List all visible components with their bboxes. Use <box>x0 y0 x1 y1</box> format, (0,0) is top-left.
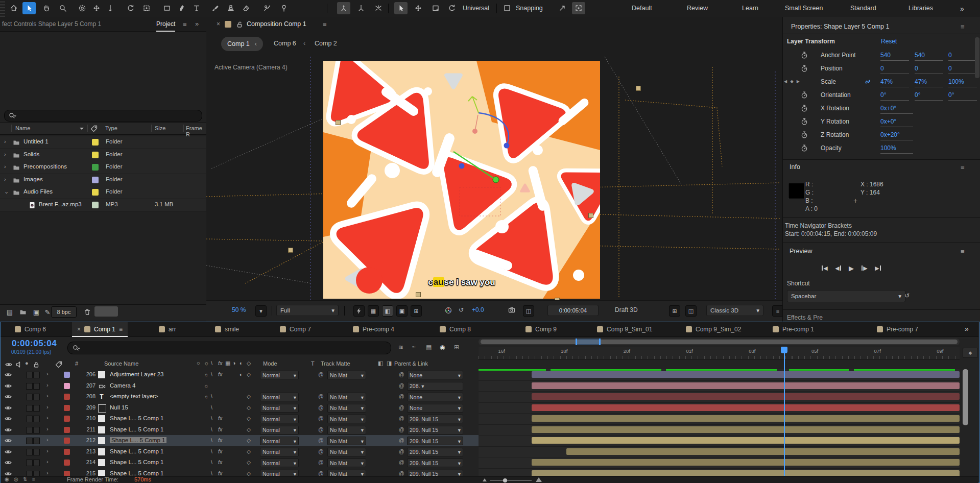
label-color-chip[interactable] <box>92 139 99 146</box>
collapse-switch-icon[interactable]: ☼ <box>204 382 209 389</box>
blend-mode-dropdown[interactable]: Normal▾ <box>260 404 299 413</box>
reset-shortcut-icon[interactable]: ↺ <box>904 292 910 299</box>
switch-cell[interactable] <box>33 405 40 412</box>
parent-dropdown[interactable]: None▾ <box>407 371 463 379</box>
switch-cell[interactable] <box>26 372 33 378</box>
parent-dropdown[interactable]: 209. Null 15▾ <box>407 458 463 467</box>
property-value[interactable]: 0° <box>880 91 909 101</box>
parent-dropdown[interactable]: 209. Null 15▾ <box>407 426 463 434</box>
timeline-tab-arr[interactable]: arr <box>154 322 181 336</box>
item-name[interactable]: Solids <box>23 151 39 157</box>
property-value[interactable]: 0x+0° <box>880 105 913 114</box>
layer-row-211[interactable]: ›211Shape L... 5 Comp 1\fx◇Normal▾@No Ma… <box>1 424 479 436</box>
tabs-overflow-button[interactable]: » <box>965 325 969 333</box>
cube-switch-icon[interactable]: ◇ <box>247 426 251 432</box>
tool-roto-brush[interactable] <box>260 2 274 14</box>
layer-name[interactable]: Shape L... 5 Comp 1 <box>110 426 163 432</box>
eye-icon[interactable] <box>4 458 12 467</box>
tool-position-gizmo[interactable] <box>412 2 425 14</box>
fx-switch-icon[interactable]: fx <box>218 459 222 465</box>
quality-switch-icon[interactable]: \ <box>211 448 212 454</box>
timeline-tab-comp-9_sim_02[interactable]: Comp 9_Sim_02 <box>681 322 746 336</box>
keyframe-navigator[interactable]: ◀ ◆ ▶ <box>784 79 801 84</box>
breadcrumb-comp[interactable]: Comp 2 <box>315 40 337 47</box>
switch-cell[interactable] <box>33 460 40 466</box>
fx-column-icon[interactable]: fx <box>218 360 223 366</box>
draft-toggle-icon[interactable]: ◎ <box>14 476 18 482</box>
expander-icon[interactable]: › <box>46 448 49 454</box>
expander-icon[interactable]: › <box>46 437 49 443</box>
next-frame-button[interactable]: ▶ <box>858 263 871 273</box>
expander-icon[interactable]: › <box>46 470 49 476</box>
switch-cell[interactable] <box>26 427 33 433</box>
grid-guides-button[interactable]: ⊞ <box>411 305 422 317</box>
breadcrumb-comp[interactable]: Comp 6 <box>274 40 296 47</box>
property-value[interactable]: 100% <box>880 144 913 154</box>
label-color-chip[interactable] <box>92 177 99 183</box>
layer-duration-bar[interactable] <box>532 382 960 389</box>
show-snapshot-button[interactable]: ◫ <box>523 305 534 317</box>
label-color-chip[interactable] <box>92 164 99 171</box>
solo-icon[interactable]: ● <box>25 360 29 366</box>
layer-handle[interactable] <box>588 213 593 218</box>
property-value[interactable]: 0° <box>948 91 977 101</box>
panel-menu-icon[interactable]: ≡ <box>961 248 965 255</box>
item-name[interactable]: Images <box>23 176 43 182</box>
label-color-chip[interactable] <box>64 405 70 411</box>
collapse-switch-icon[interactable]: ☼ <box>204 393 209 399</box>
project-row[interactable]: ›PrecompositionsFolder <box>0 161 206 174</box>
label-tag-icon[interactable] <box>55 360 63 369</box>
timeline-graph-area[interactable] <box>479 369 960 477</box>
stopwatch-icon[interactable] <box>800 51 808 59</box>
viewer-content[interactable]: Active Camera (Camera 4) <box>206 57 782 300</box>
live-update-icon[interactable]: ◉ <box>5 476 9 482</box>
track-matte-dropdown[interactable]: No Mat▾ <box>327 458 366 467</box>
property-value[interactable]: 0° <box>915 91 943 101</box>
graph-editor-icon[interactable]: ⊞ <box>454 344 459 351</box>
current-time-field[interactable]: 0:00:05:04 <box>547 305 599 316</box>
switch-cell[interactable] <box>26 383 33 390</box>
quality-switch-icon[interactable]: \ <box>211 459 212 465</box>
track-matte-dropdown[interactable]: No Mat▾ <box>327 437 366 445</box>
time-navigator[interactable] <box>479 339 960 345</box>
switch-cell[interactable] <box>33 416 40 422</box>
label-color-chip[interactable] <box>64 460 70 466</box>
parent-dropdown[interactable]: 209. Null 15▾ <box>407 448 463 456</box>
timeline-tab-pre-comp-7[interactable]: Pre-comp 7 <box>872 322 923 336</box>
eye-icon[interactable] <box>5 360 13 369</box>
tool-brush[interactable] <box>208 2 222 14</box>
layer-duration-row[interactable] <box>479 446 960 458</box>
stopwatch-icon[interactable] <box>800 91 808 99</box>
switch-cell[interactable] <box>26 405 33 412</box>
eye-icon[interactable] <box>4 371 12 379</box>
tool-scale-gizmo[interactable] <box>429 2 442 14</box>
tool-view-axis[interactable] <box>372 2 385 14</box>
stopwatch-icon[interactable] <box>800 131 808 139</box>
tool-world-axis[interactable] <box>354 2 368 14</box>
label-color-chip[interactable] <box>64 427 70 433</box>
property-value[interactable]: 0x+0° <box>880 118 913 127</box>
expander-icon[interactable]: › <box>4 138 6 144</box>
stopwatch-icon[interactable] <box>800 144 808 152</box>
workspace-small-screen[interactable]: Small Screen <box>785 5 823 12</box>
keyframe-options-icon[interactable]: ≡ <box>32 476 35 482</box>
cube-switch-icon[interactable]: ◇ <box>247 448 251 454</box>
time-navigator-bar[interactable] <box>481 340 958 344</box>
stopwatch-icon[interactable] <box>800 64 808 73</box>
property-value[interactable]: 0 <box>948 52 977 61</box>
quality-switch-icon[interactable]: \ <box>211 470 212 476</box>
parent-pickwhip-icon[interactable]: @ <box>399 382 404 389</box>
switch-cell[interactable] <box>26 460 33 466</box>
quality-switch-icon[interactable]: \ <box>211 426 212 432</box>
cube-switch-icon[interactable]: ◇ <box>247 459 251 465</box>
workspace-learn[interactable]: Learn <box>742 5 758 12</box>
frame-blend-toggle-icon[interactable]: ▦ <box>426 344 432 351</box>
label-color-chip[interactable] <box>64 416 70 422</box>
tool-camera-bounds[interactable] <box>140 2 153 14</box>
composition-canvas[interactable]: cause i saw you <box>323 61 600 299</box>
fx-switch-icon[interactable]: fx <box>218 415 222 421</box>
col-track-matte[interactable]: Track Matte <box>321 360 350 367</box>
layer-handle[interactable] <box>336 120 341 125</box>
label-color-chip[interactable] <box>64 394 70 400</box>
layer-name[interactable]: Shape L... 5 Comp 1 <box>110 459 163 465</box>
